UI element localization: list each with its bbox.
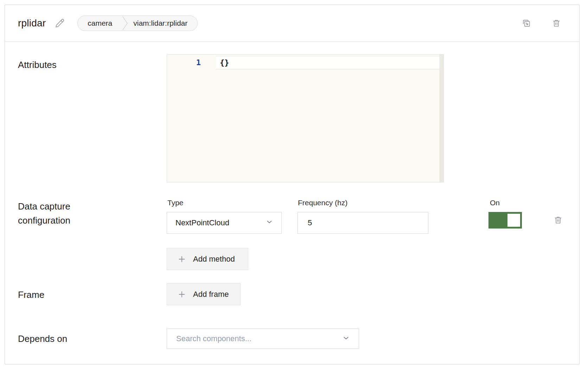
card-header: rplidar camera viam:lidar:rplidar xyxy=(5,5,579,42)
plus-icon xyxy=(178,255,186,263)
type-select[interactable]: NextPointCloud xyxy=(167,212,282,234)
editor-active-line xyxy=(216,56,440,69)
add-frame-button[interactable]: Add frame xyxy=(167,283,241,305)
add-method-label: Add method xyxy=(193,255,235,264)
attributes-label: Attributes xyxy=(18,58,57,72)
chevron-down-icon xyxy=(265,218,274,228)
header-actions xyxy=(522,18,561,28)
component-name: rplidar xyxy=(18,18,46,29)
delete-component-trash-icon[interactable] xyxy=(552,19,561,28)
editor-code: {} xyxy=(220,56,229,69)
badge-subtype-label: camera xyxy=(78,16,122,31)
component-config-card: rplidar camera viam:lidar:rplidar Attrib… xyxy=(5,5,580,364)
editor-line-number: 1 xyxy=(167,56,201,69)
duplicate-icon[interactable] xyxy=(522,18,531,28)
add-method-button[interactable]: Add method xyxy=(167,248,248,270)
type-select-value: NextPointCloud xyxy=(175,218,229,227)
frequency-label: Frequency (hz) xyxy=(298,199,347,207)
data-capture-label: Data capture configuration xyxy=(18,199,109,227)
delete-capture-method-trash-icon[interactable] xyxy=(554,215,563,225)
badge-chevron-separator-icon xyxy=(122,16,128,31)
type-label: Type xyxy=(167,199,184,207)
frequency-input[interactable] xyxy=(298,212,428,234)
toggle-knob xyxy=(507,214,520,227)
add-frame-label: Add frame xyxy=(193,290,229,299)
chevron-down-icon xyxy=(342,334,350,344)
toggle-on-label: On xyxy=(490,199,500,207)
search-components-input[interactable] xyxy=(176,334,342,343)
editor-scrollbar[interactable] xyxy=(440,55,443,182)
plus-icon xyxy=(178,290,186,299)
depends-on-select xyxy=(167,329,359,349)
attributes-json-editor[interactable]: 1 {} xyxy=(167,54,444,182)
component-type-badge: camera viam:lidar:rplidar xyxy=(77,15,198,31)
edit-name-pencil-icon[interactable] xyxy=(55,18,65,28)
data-capture-toggle[interactable] xyxy=(488,212,522,229)
badge-model-label: viam:lidar:rplidar xyxy=(128,16,197,31)
frame-label: Frame xyxy=(18,288,44,302)
depends-on-label: Depends on xyxy=(18,332,67,346)
